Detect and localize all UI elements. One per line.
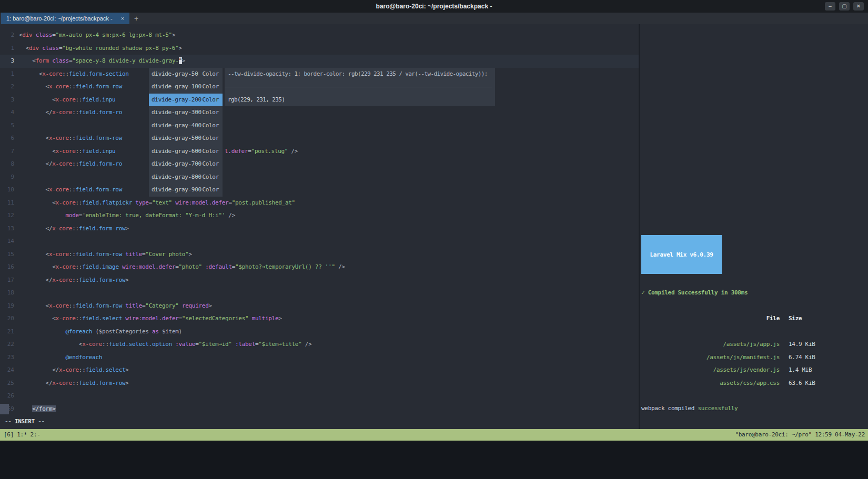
code-line[interactable]: 24 </x-core::field.select> (0, 364, 639, 377)
code-line[interactable]: 69 </form> (0, 403, 639, 416)
code-line[interactable]: 20 <x-core::field.select wire:model.defe… (0, 312, 639, 325)
code-token: "mx-auto px-4 sm:px-6 lg:px-8 mt-5" (56, 32, 172, 38)
completion-item[interactable]: divide-gray-300Color (149, 106, 223, 119)
tab-1[interactable]: 1: baro@baro-20ci: ~/projects/backpack -… (1, 13, 129, 24)
titlebar[interactable]: baro@baro-20ci: ~/projects/backpack - – … (0, 0, 868, 13)
asset-row: /assets/js/manifest.js6.74 KiB (640, 351, 868, 364)
code-line[interactable]: 4 </x-core::field.form-ro (0, 106, 639, 119)
completion-item[interactable]: divide-gray-900Color (149, 184, 223, 197)
code-token: :: (69, 251, 76, 258)
code-line[interactable]: 12 mode='enableTime: true, dateFormat: "… (0, 209, 639, 222)
completion-item[interactable]: divide-gray-700Color (149, 158, 223, 171)
completion-item[interactable]: divide-gray-500Color (149, 132, 223, 145)
completion-item[interactable]: divide-gray-50Color (149, 68, 223, 81)
code-line[interactable]: 25 </x-core::field.form-row> (0, 377, 639, 390)
line-number: 1 (0, 42, 19, 55)
line-number: 26 (0, 390, 19, 403)
code-token: :: (79, 366, 86, 373)
code-token: field.form-row (79, 277, 126, 283)
completion-item[interactable]: divide-gray-800Color (149, 171, 223, 184)
code-token: :: (72, 225, 79, 232)
code-line[interactable]: 15 <x-core::field.form-row title="Cover … (0, 248, 639, 261)
tmux-status-bar[interactable]: [6] 1:* 2:- "baro@baro-20ci: ~/pro" 12:5… (0, 429, 868, 441)
code-line[interactable]: 19 <x-core::field.form-row title="Catego… (0, 300, 639, 313)
code-token: < (19, 96, 56, 103)
asset-file: /assets/js/app.js (640, 338, 780, 351)
line-number: 24 (0, 364, 19, 377)
code-line[interactable]: 9 (0, 171, 639, 184)
code-token: mode (66, 212, 79, 219)
line-number: 20 (0, 312, 19, 325)
build-output-pane[interactable]: Laravel Mix v6.0.39 ✓ Compiled Successfu… (640, 24, 868, 429)
completion-item[interactable]: divide-gray-600Color (149, 145, 223, 158)
code-line[interactable]: 21 @foreach ($postCategories as $item) (0, 325, 639, 339)
code-token: "Cover photo" (145, 251, 188, 258)
code-token: as (152, 328, 159, 335)
code-line[interactable]: 3 <form class="space-y-8 divide-y divide… (0, 55, 639, 68)
completion-label: divide-gray-100 (152, 80, 201, 94)
completion-kind: Color (202, 80, 219, 94)
completion-item[interactable]: divide-gray-100Color (149, 80, 223, 94)
code-line[interactable]: 26 (0, 390, 639, 403)
code-line[interactable]: 14 (0, 235, 639, 248)
code-token: :: (72, 380, 79, 386)
code-token: :: (102, 341, 109, 348)
new-tab-button[interactable]: + (129, 13, 143, 24)
code-token: < (19, 148, 56, 155)
code-line[interactable]: 13 </x-core::field.form-row> (0, 222, 639, 236)
asset-row: assets/css/app.css63.6 KiB (640, 377, 868, 390)
code-line[interactable]: 10 <x-core::field.form-row (0, 184, 639, 197)
webpack-status: webpack compiled successfully (641, 402, 738, 415)
code-token: :: (76, 148, 83, 155)
code-line[interactable]: 2<div class="mx-auto px-4 sm:px-6 lg:px-… (0, 29, 639, 42)
line-number: 1 (0, 68, 19, 81)
code-token: class (42, 45, 59, 52)
code-token: x-core (52, 109, 72, 116)
doc-separator (225, 80, 495, 94)
tmux-session-windows: [6] 1:* 2:- (4, 429, 41, 441)
code-line[interactable]: 16 <x-core::field.image wire:model.defer… (0, 261, 639, 274)
completion-label: divide-gray-700 (152, 158, 201, 171)
code-token: </ (19, 380, 52, 386)
close-icon[interactable]: ✕ (853, 2, 864, 11)
code-token: :: (72, 109, 79, 116)
completion-label: divide-gray-800 (152, 171, 201, 184)
code-line[interactable]: 7 <x-core::field.inpul.defer="post.slug"… (0, 145, 639, 158)
maximize-icon[interactable]: ▢ (839, 2, 850, 11)
code-line[interactable]: 1 <div class="bg-white rounded shadow px… (0, 42, 639, 55)
line-number: 3 (0, 94, 19, 107)
code-token: x-core (49, 83, 69, 90)
code-token: x-core (56, 263, 76, 270)
line-number: 2 (0, 80, 19, 94)
sign-column-marker (0, 404, 9, 414)
code-line[interactable]: 22 <x-core::field.select.option :value="… (0, 338, 639, 351)
completion-item[interactable]: divide-gray-200Color (149, 94, 223, 107)
code-token: </ (19, 277, 52, 283)
code-token: </form> (32, 405, 55, 412)
code-line[interactable]: 6 <x-core::field.form-row (0, 132, 639, 145)
completion-popup: divide-gray-50Colordivide-gray-100Colord… (149, 68, 223, 197)
code-line[interactable]: 23 @endforeach (0, 351, 639, 364)
code-token: field.form-row (76, 83, 123, 90)
code-token: field.select (85, 366, 125, 373)
code-token: @endforeach (66, 354, 103, 361)
code-token (19, 354, 66, 361)
vim-editor-pane[interactable]: 2<div class="mx-auto px-4 sm:px-6 lg:px-… (0, 24, 639, 429)
code-token: < (19, 341, 82, 348)
code-line[interactable]: 5 (0, 119, 639, 133)
code-token: x-core (42, 70, 62, 77)
code-line[interactable]: 11 <x-core::field.flatpickr type="text" … (0, 197, 639, 210)
code-line[interactable]: 18 (0, 287, 639, 300)
minimize-icon[interactable]: – (825, 2, 835, 11)
code-line[interactable]: 17 </x-core::field.form-row> (0, 274, 639, 287)
code-token: field.form-ro (79, 109, 122, 116)
completion-item[interactable]: divide-gray-400Color (149, 119, 223, 133)
tab-close-icon[interactable]: × (121, 15, 124, 22)
code-token: </ (19, 366, 59, 373)
completion-label: divide-gray-200 (152, 94, 201, 107)
code-token: </ (19, 225, 52, 232)
code-line[interactable]: 8 </x-core::field.form-ro (0, 158, 639, 171)
completion-kind: Color (202, 106, 219, 119)
line-number: 8 (0, 158, 19, 171)
asset-row: /assets/js/app.js14.9 KiB (640, 338, 868, 351)
